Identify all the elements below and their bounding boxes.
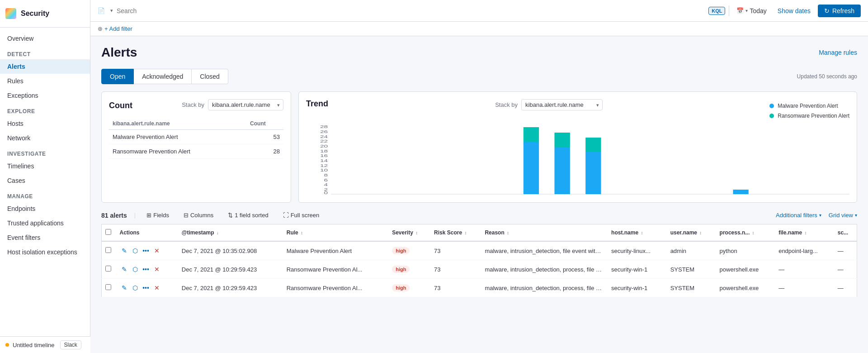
bar-ransomware-1 <box>524 127 539 142</box>
row-hostname: security-linux... <box>608 241 667 260</box>
fields-button[interactable]: ⊞ Fields <box>143 210 173 220</box>
svg-text:16: 16 <box>320 153 328 158</box>
col-actions[interactable]: Actions <box>116 224 178 242</box>
timeline-label[interactable]: Untitled timeline <box>13 342 55 348</box>
col-severity[interactable]: Severity ↕ <box>388 224 430 242</box>
row-checkbox[interactable] <box>105 266 111 272</box>
sidebar-item-cases[interactable]: Cases <box>0 173 90 188</box>
col-processname[interactable]: process.n... ↕ <box>716 224 775 242</box>
count-row-name: Ransomware Prevention Alert <box>109 144 246 159</box>
additional-filters-button[interactable]: Additional filters ▾ <box>776 212 821 219</box>
sidebar-item-network[interactable]: Network <box>0 131 90 145</box>
sidebar-item-exceptions[interactable]: Exceptions <box>0 88 90 103</box>
sorted-button[interactable]: ⇅ 1 field sorted <box>224 210 272 220</box>
col-sc[interactable]: sc... <box>834 224 857 242</box>
more-action-icon[interactable]: ••• <box>142 265 151 274</box>
show-dates-button[interactable]: Show dates <box>774 5 814 16</box>
sidebar-item-event-filters[interactable]: Event filters <box>0 230 90 245</box>
close-action-icon[interactable]: ✕ <box>152 265 161 274</box>
row-filename: — <box>775 279 834 297</box>
sidebar-item-rules[interactable]: Rules <box>0 74 90 88</box>
bar-malware-1 <box>524 142 539 194</box>
tab-closed[interactable]: Closed <box>192 69 228 84</box>
slack-button[interactable]: Slack <box>60 340 81 349</box>
col-hostname[interactable]: host.name ↕ <box>608 224 667 242</box>
sidebar-section-manage: Manage <box>0 188 90 201</box>
edit-action-icon[interactable]: ✎ <box>120 265 129 274</box>
more-action-icon[interactable]: ••• <box>142 246 151 255</box>
filter-circle-icon: ⊕ <box>98 25 103 32</box>
columns-button[interactable]: ⊟ Columns <box>180 210 217 220</box>
col-filename[interactable]: file.name ↕ <box>775 224 834 242</box>
count-row-count: 28 <box>246 144 283 159</box>
trend-header: Trend Stack by kibana.alert.rule.name <box>306 99 849 119</box>
fullscreen-button[interactable]: ⛶ Full screen <box>279 210 323 220</box>
row-checkbox[interactable] <box>105 284 111 290</box>
refresh-button[interactable]: ↻ Refresh <box>818 5 861 17</box>
trend-legend: Malware Prevention Alert Ransomware Prev… <box>769 103 849 119</box>
legend-dot-malware <box>769 104 774 108</box>
col-username[interactable]: user.name ↕ <box>667 224 716 242</box>
select-all-checkbox[interactable] <box>105 229 111 235</box>
kql-badge[interactable]: KQL <box>708 7 725 15</box>
row-sc: — <box>834 241 857 260</box>
sort-risk-icon: ↕ <box>464 230 467 235</box>
updated-text: Updated 50 seconds ago <box>797 73 857 80</box>
close-action-icon[interactable]: ✕ <box>152 246 161 255</box>
sidebar-item-overview[interactable]: Overview <box>0 31 90 46</box>
fullscreen-icon: ⛶ <box>283 212 289 219</box>
trend-chart-card: Trend Stack by kibana.alert.rule.name <box>298 91 857 203</box>
row-filename: endpoint-larg... <box>775 241 834 260</box>
sidebar-item-alerts[interactable]: Alerts <box>0 59 90 74</box>
sidebar-item-endpoints[interactable]: Endpoints <box>0 201 90 216</box>
svg-text:8: 8 <box>324 173 328 177</box>
count-stack-by-select[interactable]: kibana.alert.rule.name <box>208 99 283 110</box>
tab-open[interactable]: Open <box>101 69 134 84</box>
manage-rules-link[interactable]: Manage rules <box>819 49 857 56</box>
row-sc: — <box>834 279 857 297</box>
col-rule[interactable]: Rule ↕ <box>283 224 388 242</box>
date-label: Today <box>750 7 766 14</box>
more-action-icon[interactable]: ••• <box>142 283 151 292</box>
svg-text:28: 28 <box>320 124 328 129</box>
edit-action-icon[interactable]: ✎ <box>120 283 129 292</box>
row-timestamp: Dec 7, 2021 @ 10:29:59.423 <box>178 260 283 279</box>
add-filter-button[interactable]: + Add filter <box>104 25 132 32</box>
close-action-icon[interactable]: ✕ <box>152 283 161 292</box>
filter-bar: ⊕ + Add filter <box>90 22 868 36</box>
charts-row: Count Stack by kibana.alert.rule.name <box>101 91 857 203</box>
alert-tabs: Open Acknowledged Closed Updated 50 seco… <box>101 69 857 84</box>
calendar-picker[interactable]: 📅 ▾ Today <box>733 5 770 16</box>
sidebar-item-hosts[interactable]: Hosts <box>0 116 90 131</box>
row-username: SYSTEM <box>667 279 716 297</box>
row-processname: python <box>716 241 775 260</box>
svg-text:0: 0 <box>324 191 328 195</box>
tab-acknowledged[interactable]: Acknowledged <box>134 69 192 84</box>
process-action-icon[interactable]: ⬡ <box>131 246 140 255</box>
row-sc: — <box>834 260 857 279</box>
col-risk-score[interactable]: Risk Score ↕ <box>430 224 481 242</box>
table-toolbar: 81 alerts | ⊞ Fields ⊟ Columns ⇅ 1 field… <box>101 210 857 220</box>
sort-username-icon: ↕ <box>699 230 702 235</box>
grid-view-button[interactable]: Grid view ▾ <box>829 212 857 219</box>
table-row: ✎ ⬡ ••• ✕ Dec 7, 2021 @ 10:35:02.908 Mal… <box>102 241 857 260</box>
sidebar-item-host-isolation-exceptions[interactable]: Host isolation exceptions <box>0 245 90 259</box>
sidebar-section-explore: Explore <box>0 103 90 116</box>
svg-text:10: 10 <box>320 168 328 172</box>
row-checkbox[interactable] <box>105 247 111 253</box>
col-timestamp[interactable]: @timestamp ↓ <box>178 224 283 242</box>
sidebar: Security Overview Detect Alerts Rules Ex… <box>0 0 90 353</box>
row-processname: powershell.exe <box>716 279 775 297</box>
col-reason[interactable]: Reason ↕ <box>481 224 608 242</box>
count-chart-title: Count <box>109 101 132 110</box>
alerts-count: 81 alerts <box>101 212 127 219</box>
svg-text:6: 6 <box>324 178 328 182</box>
search-input[interactable] <box>117 7 705 14</box>
sidebar-item-timelines[interactable]: Timelines <box>0 159 90 173</box>
sidebar-item-trusted-applications[interactable]: Trusted applications <box>0 216 90 230</box>
process-action-icon[interactable]: ⬡ <box>131 283 140 292</box>
count-row-count: 53 <box>246 130 283 144</box>
trend-stack-by-select[interactable]: kibana.alert.rule.name <box>521 99 603 110</box>
edit-action-icon[interactable]: ✎ <box>120 246 129 255</box>
process-action-icon[interactable]: ⬡ <box>131 265 140 274</box>
